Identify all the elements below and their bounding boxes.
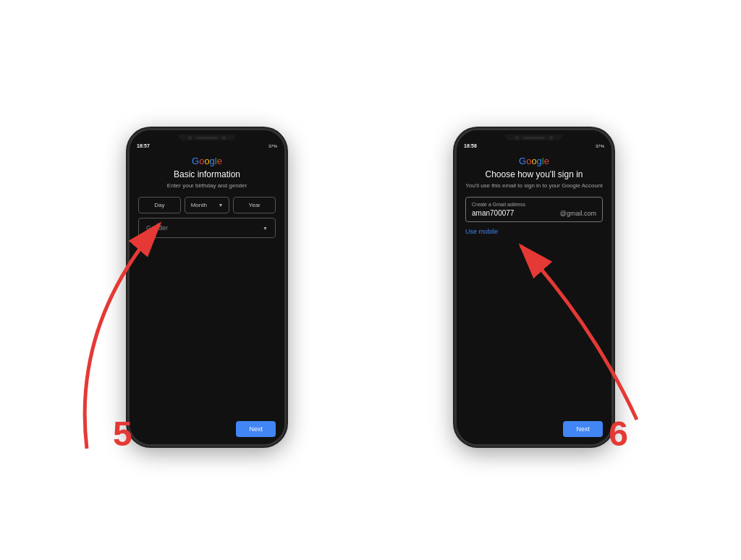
phone1-time: 18:57 bbox=[137, 143, 150, 148]
gmail-value[interactable]: aman700077 bbox=[472, 209, 514, 217]
phone2-subtitle: You'll use this email to sign in to your… bbox=[465, 182, 602, 190]
notch-dot2 bbox=[222, 136, 226, 140]
phone2-battery: 37% bbox=[596, 144, 604, 148]
notch-dot4 bbox=[549, 136, 553, 140]
annotation-6: 6 bbox=[609, 414, 628, 454]
page-container: 18:57 37% Google Basic information Enter… bbox=[0, 0, 741, 560]
notch-dot1 bbox=[188, 136, 192, 140]
phone2-google-logo: Google bbox=[519, 156, 549, 166]
phone1-date-fields: Day Month ▼ Year bbox=[138, 197, 276, 213]
gender-dropdown-arrow: ▼ bbox=[263, 226, 268, 231]
phone2-title: Choose how you'll sign in bbox=[485, 169, 583, 179]
day-field[interactable]: Day bbox=[138, 197, 181, 213]
phone1-battery: 37% bbox=[268, 144, 277, 148]
phone1-wrapper: 18:57 37% Google Basic information Enter… bbox=[113, 99, 301, 475]
phone1-screen: Google Basic information Enter your birt… bbox=[130, 150, 284, 444]
gmail-input-row: aman700077 @gmail.com bbox=[472, 209, 596, 217]
phone2-screen: Google Choose how you'll sign in You'll … bbox=[457, 150, 611, 444]
phone1-title: Basic information bbox=[174, 169, 240, 179]
phone1-top: 18:57 37% bbox=[130, 130, 284, 150]
phone2-next-button[interactable]: Next bbox=[563, 421, 603, 437]
gmail-container: Create a Gmail address aman700077 @gmail… bbox=[465, 197, 603, 222]
phone1-notch bbox=[178, 135, 236, 140]
notch-speaker1 bbox=[196, 137, 218, 139]
year-field[interactable]: Year bbox=[233, 197, 276, 213]
phone2-time: 18:58 bbox=[464, 143, 477, 148]
arrows-overlay bbox=[0, 0, 741, 560]
phone1-next-button[interactable]: Next bbox=[236, 421, 276, 437]
gmail-suffix: @gmail.com bbox=[560, 210, 596, 217]
gmail-field-label: Create a Gmail address bbox=[472, 202, 596, 207]
use-mobile-link[interactable]: Use mobile bbox=[465, 228, 498, 235]
month-dropdown-arrow: ▼ bbox=[218, 203, 223, 208]
phone2-top: 18:58 37% bbox=[457, 130, 611, 150]
phone2: 18:58 37% Google Choose how you'll sign … bbox=[454, 128, 614, 446]
month-field[interactable]: Month ▼ bbox=[185, 197, 230, 213]
notch-speaker2 bbox=[523, 137, 545, 139]
phone1-status-bar: 18:57 37% bbox=[130, 142, 284, 150]
phone2-wrapper: 18:58 37% Google Choose how you'll sign … bbox=[440, 99, 628, 475]
phone1-gender-row: Gender ▼ bbox=[138, 218, 276, 238]
phone1-subtitle: Enter your birthday and gender bbox=[167, 182, 247, 190]
annotation-5: 5 bbox=[113, 414, 132, 454]
phone2-notch bbox=[505, 135, 563, 140]
notch-dot3 bbox=[515, 136, 519, 140]
phone1: 18:57 37% Google Basic information Enter… bbox=[127, 128, 287, 446]
phone2-status-bar: 18:58 37% bbox=[457, 142, 611, 150]
phone1-google-logo: Google bbox=[192, 156, 222, 166]
gender-field[interactable]: Gender ▼ bbox=[138, 218, 276, 238]
